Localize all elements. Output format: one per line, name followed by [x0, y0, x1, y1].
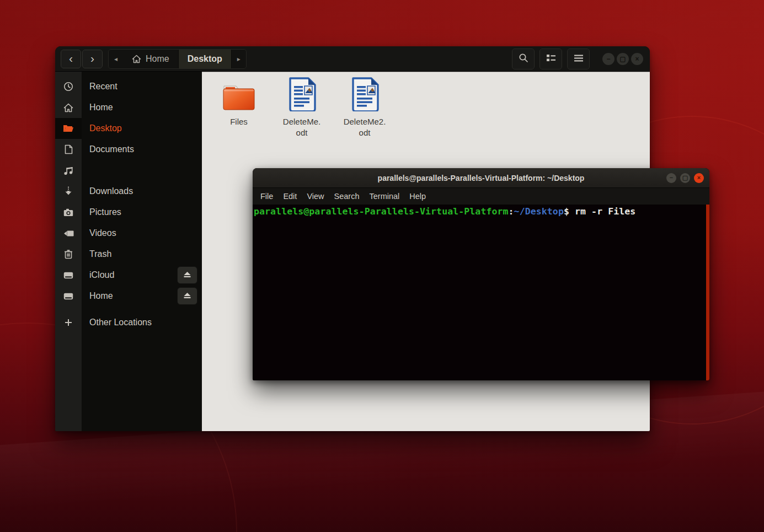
video-camera-icon: [63, 230, 74, 237]
folder-open-icon: [63, 124, 74, 133]
sidebar-item-recent[interactable]: Recent: [55, 76, 202, 97]
search-icon: [519, 53, 528, 65]
folder-icon: [222, 84, 256, 114]
sidebar-item-label: Pictures: [89, 207, 121, 217]
menu-help[interactable]: Help: [404, 192, 431, 201]
menu-terminal[interactable]: Terminal: [365, 192, 405, 201]
breadcrumb: ◂ Home Desktop ▸: [108, 49, 247, 69]
file-item-files-folder[interactable]: Files: [212, 78, 266, 127]
minimize-button[interactable]: −: [666, 173, 676, 183]
trash-icon: [64, 249, 73, 259]
maximize-button[interactable]: ▢: [617, 53, 629, 65]
sidebar-item-downloads[interactable]: Downloads: [55, 181, 202, 202]
document-icon: [65, 144, 73, 154]
odt-document-icon: [350, 77, 379, 114]
prompt-path: ~/Desktop: [514, 206, 564, 217]
sidebar-item-label: Other Locations: [89, 318, 152, 327]
prompt-symbol: $: [564, 206, 569, 217]
sidebar-item-label: Trash: [89, 249, 111, 259]
menu-view[interactable]: View: [302, 192, 329, 201]
camera-icon: [63, 208, 73, 217]
search-button[interactable]: [512, 49, 535, 69]
terminal-title: parallels@parallels-Parallels-Virtual-Pl…: [378, 174, 585, 182]
file-item-deleteme2-odt[interactable]: DeleteMe2. odt: [338, 78, 392, 138]
close-button[interactable]: ×: [631, 53, 643, 65]
sidebar-item-documents[interactable]: Documents: [55, 139, 202, 160]
desktop-wallpaper: ‹ › ◂ Home Desktop ▸: [0, 0, 764, 532]
sidebar-item-pictures[interactable]: Pictures: [55, 202, 202, 223]
breadcrumb-prev-icon[interactable]: ◂: [109, 55, 123, 63]
plus-icon: [65, 319, 72, 326]
eject-icon: [183, 291, 191, 301]
terminal-window: parallels@parallels-Parallels-Virtual-Pl…: [253, 168, 709, 380]
menu-button[interactable]: [567, 49, 590, 69]
menu-edit[interactable]: Edit: [278, 192, 302, 201]
file-item-deleteme-odt[interactable]: DeleteMe. odt: [275, 78, 329, 138]
sidebar-item-label: Home: [89, 103, 113, 112]
home-icon: [63, 103, 73, 112]
sidebar-item-label: Videos: [89, 228, 116, 238]
odt-document-icon: [287, 77, 316, 114]
hamburger-icon: [574, 54, 584, 64]
sidebar-item-home-drive[interactable]: Home: [55, 286, 202, 307]
sidebar-item-home[interactable]: Home: [55, 97, 202, 118]
sidebar-item-label: Desktop: [89, 123, 122, 133]
sidebar-item-music[interactable]: [55, 160, 202, 181]
sidebar-item-label: iCloud: [89, 270, 114, 280]
file-label: Files: [230, 116, 248, 127]
sidebar-item-videos[interactable]: Videos: [55, 223, 202, 244]
breadcrumb-next-icon[interactable]: ▸: [232, 55, 246, 63]
terminal-prompt-line: parallels@parallels-Parallels-Virtual-Pl…: [254, 206, 704, 217]
sidebar-item-trash[interactable]: Trash: [55, 244, 202, 265]
sidebar-item-label: Documents: [89, 144, 134, 154]
close-button[interactable]: ×: [694, 173, 704, 183]
files-header-bar: ‹ › ◂ Home Desktop ▸: [55, 46, 650, 72]
sidebar-item-desktop[interactable]: Desktop: [55, 118, 202, 139]
files-window-controls: − ▢ ×: [602, 53, 643, 65]
drive-icon: [63, 293, 73, 300]
prompt-separator: :: [509, 206, 514, 217]
sidebar-item-label: Home: [89, 291, 113, 301]
clock-icon: [63, 82, 73, 92]
list-view-icon: [546, 54, 556, 64]
files-header-actions: − ▢ ×: [512, 49, 643, 69]
file-label: DeleteMe2. odt: [344, 116, 386, 138]
sidebar-item-other-locations[interactable]: Other Locations: [55, 312, 202, 333]
terminal-window-controls: − ▢ ×: [666, 168, 704, 187]
back-button[interactable]: ‹: [61, 50, 81, 68]
sidebar-item-label: Downloads: [89, 186, 133, 196]
terminal-body[interactable]: parallels@parallels-Parallels-Virtual-Pl…: [253, 205, 709, 380]
menu-search[interactable]: Search: [329, 192, 365, 201]
breadcrumb-home-button[interactable]: Home: [123, 50, 178, 68]
maximize-button[interactable]: ▢: [680, 173, 690, 183]
sidebar-item-icloud[interactable]: iCloud: [55, 265, 202, 286]
eject-button[interactable]: [177, 266, 197, 284]
home-icon: [132, 55, 141, 63]
download-arrow-icon: [64, 186, 73, 196]
music-note-icon: [63, 166, 73, 175]
terminal-titlebar[interactable]: parallels@parallels-Parallels-Virtual-Pl…: [253, 168, 709, 188]
view-toggle-button[interactable]: [539, 49, 562, 69]
terminal-menubar: File Edit View Search Terminal Help: [253, 188, 709, 205]
eject-icon: [183, 270, 191, 280]
breadcrumb-current-button[interactable]: Desktop: [178, 50, 232, 68]
minimize-button[interactable]: −: [602, 53, 615, 65]
drive-icon: [63, 272, 73, 279]
forward-button[interactable]: ›: [82, 50, 103, 68]
terminal-scrollbar[interactable]: [706, 205, 709, 380]
eject-button[interactable]: [177, 287, 197, 305]
prompt-user-host: parallels@parallels-Parallels-Virtual-Pl…: [254, 206, 509, 217]
files-sidebar: Recent Home Desktop: [55, 72, 202, 431]
breadcrumb-home-label: Home: [146, 54, 169, 64]
sidebar-item-label: Recent: [89, 82, 117, 92]
prompt-command: rm -r Files: [569, 206, 635, 217]
file-label: DeleteMe. odt: [283, 116, 320, 138]
menu-file[interactable]: File: [255, 192, 278, 201]
